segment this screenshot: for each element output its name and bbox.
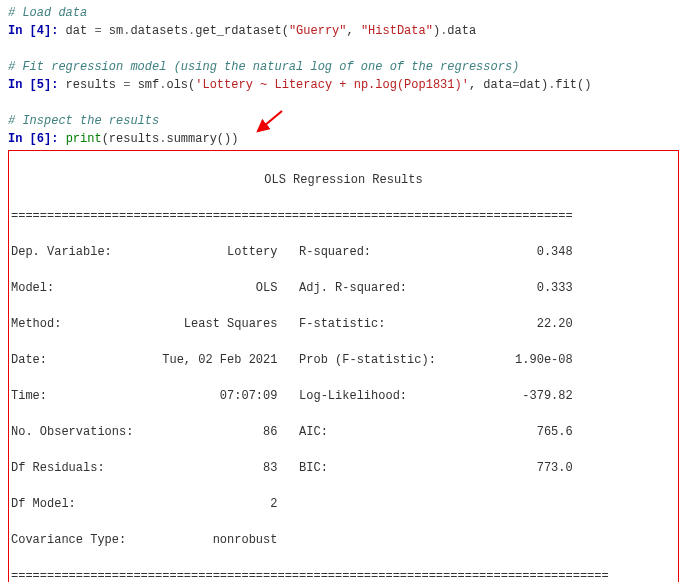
- results-title: OLS Regression Results: [11, 171, 676, 189]
- summary-line: No. Observations: 86 AIC: 765.6: [11, 423, 676, 441]
- code-line-2: In [5]: results = smf.ols('Lottery ~ Lit…: [8, 76, 679, 94]
- code-line-1: In [4]: dat = sm.datasets.get_rdataset("…: [8, 22, 679, 40]
- summary-line: Model: OLS Adj. R-squared: 0.333: [11, 279, 676, 297]
- comment-3: # Inspect the results: [8, 112, 679, 130]
- summary-line: Covariance Type: nonrobust: [11, 531, 676, 549]
- summary-line: Method: Least Squares F-statistic: 22.20: [11, 315, 676, 333]
- hr: ========================================…: [11, 567, 676, 582]
- comment-2: # Fit regression model (using the natura…: [8, 58, 679, 76]
- summary-line: Date: Tue, 02 Feb 2021 Prob (F-statistic…: [11, 351, 676, 369]
- results-output: OLS Regression Results =================…: [8, 150, 679, 582]
- summary-line: Df Residuals: 83 BIC: 773.0: [11, 459, 676, 477]
- summary-line: Dep. Variable: Lottery R-squared: 0.348: [11, 243, 676, 261]
- code-line-3: In [6]: print(results.summary()): [8, 130, 679, 148]
- hr: ========================================…: [11, 207, 676, 225]
- summary-line: Time: 07:07:09 Log-Likelihood: -379.82: [11, 387, 676, 405]
- summary-line: Df Model: 2: [11, 495, 676, 513]
- comment-1: # Load data: [8, 4, 679, 22]
